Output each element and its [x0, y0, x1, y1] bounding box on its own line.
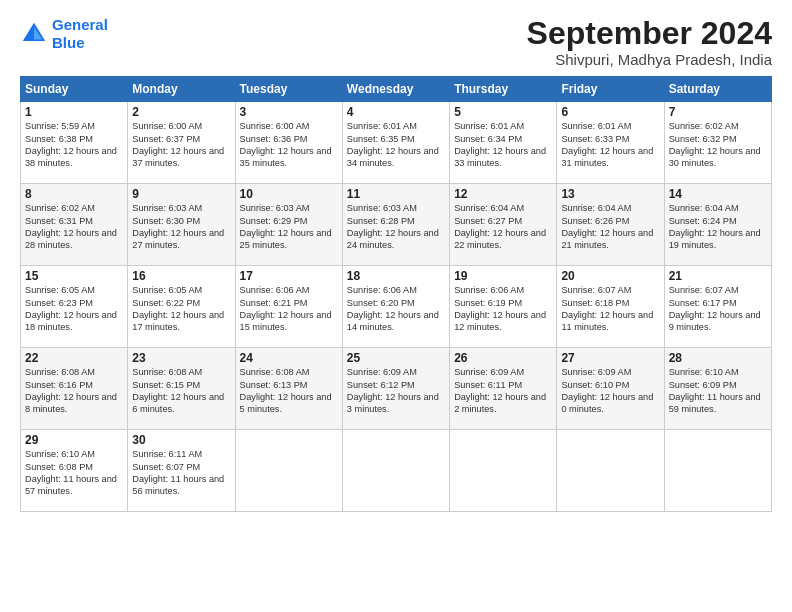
- day-cell: 18 Sunrise: 6:06 AMSunset: 6:20 PMDaylig…: [342, 266, 449, 348]
- day-info: Sunrise: 6:01 AMSunset: 6:34 PMDaylight:…: [454, 121, 546, 168]
- day-cell: 30 Sunrise: 6:11 AMSunset: 6:07 PMDaylig…: [128, 430, 235, 512]
- day-cell: 15 Sunrise: 6:05 AMSunset: 6:23 PMDaylig…: [21, 266, 128, 348]
- day-number: 16: [132, 269, 230, 283]
- day-info: Sunrise: 6:09 AMSunset: 6:12 PMDaylight:…: [347, 367, 439, 414]
- day-cell: 22 Sunrise: 6:08 AMSunset: 6:16 PMDaylig…: [21, 348, 128, 430]
- day-number: 2: [132, 105, 230, 119]
- day-info: Sunrise: 6:04 AMSunset: 6:27 PMDaylight:…: [454, 203, 546, 250]
- day-info: Sunrise: 6:09 AMSunset: 6:10 PMDaylight:…: [561, 367, 653, 414]
- day-cell: 14 Sunrise: 6:04 AMSunset: 6:24 PMDaylig…: [664, 184, 771, 266]
- day-number: 13: [561, 187, 659, 201]
- day-cell: 29 Sunrise: 6:10 AMSunset: 6:08 PMDaylig…: [21, 430, 128, 512]
- day-cell: 5 Sunrise: 6:01 AMSunset: 6:34 PMDayligh…: [450, 102, 557, 184]
- day-number: 23: [132, 351, 230, 365]
- day-number: 22: [25, 351, 123, 365]
- logo-text: General Blue: [52, 16, 108, 52]
- day-number: 28: [669, 351, 767, 365]
- header-row: General Blue September 2024 Shivpuri, Ma…: [20, 16, 772, 68]
- week-row-3: 22 Sunrise: 6:08 AMSunset: 6:16 PMDaylig…: [21, 348, 772, 430]
- day-cell: 2 Sunrise: 6:00 AMSunset: 6:37 PMDayligh…: [128, 102, 235, 184]
- day-info: Sunrise: 6:07 AMSunset: 6:18 PMDaylight:…: [561, 285, 653, 332]
- day-info: Sunrise: 6:10 AMSunset: 6:08 PMDaylight:…: [25, 449, 117, 496]
- day-cell: 27 Sunrise: 6:09 AMSunset: 6:10 PMDaylig…: [557, 348, 664, 430]
- day-number: 10: [240, 187, 338, 201]
- day-cell: 3 Sunrise: 6:00 AMSunset: 6:36 PMDayligh…: [235, 102, 342, 184]
- day-number: 14: [669, 187, 767, 201]
- day-info: Sunrise: 6:01 AMSunset: 6:35 PMDaylight:…: [347, 121, 439, 168]
- day-number: 30: [132, 433, 230, 447]
- day-number: 7: [669, 105, 767, 119]
- week-row-1: 8 Sunrise: 6:02 AMSunset: 6:31 PMDayligh…: [21, 184, 772, 266]
- day-number: 5: [454, 105, 552, 119]
- day-cell: 19 Sunrise: 6:06 AMSunset: 6:19 PMDaylig…: [450, 266, 557, 348]
- day-cell: 12 Sunrise: 6:04 AMSunset: 6:27 PMDaylig…: [450, 184, 557, 266]
- day-info: Sunrise: 6:06 AMSunset: 6:21 PMDaylight:…: [240, 285, 332, 332]
- calendar-table: Sunday Monday Tuesday Wednesday Thursday…: [20, 76, 772, 512]
- day-cell: 10 Sunrise: 6:03 AMSunset: 6:29 PMDaylig…: [235, 184, 342, 266]
- day-info: Sunrise: 6:01 AMSunset: 6:33 PMDaylight:…: [561, 121, 653, 168]
- day-info: Sunrise: 6:10 AMSunset: 6:09 PMDaylight:…: [669, 367, 761, 414]
- day-info: Sunrise: 6:04 AMSunset: 6:24 PMDaylight:…: [669, 203, 761, 250]
- day-number: 9: [132, 187, 230, 201]
- header-row-days: Sunday Monday Tuesday Wednesday Thursday…: [21, 77, 772, 102]
- day-info: Sunrise: 6:08 AMSunset: 6:16 PMDaylight:…: [25, 367, 117, 414]
- day-cell: 28 Sunrise: 6:10 AMSunset: 6:09 PMDaylig…: [664, 348, 771, 430]
- day-info: Sunrise: 6:00 AMSunset: 6:36 PMDaylight:…: [240, 121, 332, 168]
- day-info: Sunrise: 6:05 AMSunset: 6:23 PMDaylight:…: [25, 285, 117, 332]
- day-cell: 7 Sunrise: 6:02 AMSunset: 6:32 PMDayligh…: [664, 102, 771, 184]
- day-cell: 20 Sunrise: 6:07 AMSunset: 6:18 PMDaylig…: [557, 266, 664, 348]
- day-cell: 11 Sunrise: 6:03 AMSunset: 6:28 PMDaylig…: [342, 184, 449, 266]
- day-number: 29: [25, 433, 123, 447]
- day-number: 8: [25, 187, 123, 201]
- day-info: Sunrise: 6:07 AMSunset: 6:17 PMDaylight:…: [669, 285, 761, 332]
- page: General Blue September 2024 Shivpuri, Ma…: [0, 0, 792, 612]
- day-number: 12: [454, 187, 552, 201]
- day-cell: [450, 430, 557, 512]
- day-cell: 9 Sunrise: 6:03 AMSunset: 6:30 PMDayligh…: [128, 184, 235, 266]
- day-cell: 4 Sunrise: 6:01 AMSunset: 6:35 PMDayligh…: [342, 102, 449, 184]
- day-number: 15: [25, 269, 123, 283]
- day-number: 19: [454, 269, 552, 283]
- th-saturday: Saturday: [664, 77, 771, 102]
- day-number: 4: [347, 105, 445, 119]
- day-cell: 16 Sunrise: 6:05 AMSunset: 6:22 PMDaylig…: [128, 266, 235, 348]
- day-number: 27: [561, 351, 659, 365]
- day-cell: 26 Sunrise: 6:09 AMSunset: 6:11 PMDaylig…: [450, 348, 557, 430]
- day-number: 18: [347, 269, 445, 283]
- day-cell: 24 Sunrise: 6:08 AMSunset: 6:13 PMDaylig…: [235, 348, 342, 430]
- day-info: Sunrise: 6:11 AMSunset: 6:07 PMDaylight:…: [132, 449, 224, 496]
- day-number: 21: [669, 269, 767, 283]
- th-thursday: Thursday: [450, 77, 557, 102]
- day-info: Sunrise: 6:00 AMSunset: 6:37 PMDaylight:…: [132, 121, 224, 168]
- day-number: 11: [347, 187, 445, 201]
- day-cell: 8 Sunrise: 6:02 AMSunset: 6:31 PMDayligh…: [21, 184, 128, 266]
- logo-line2: Blue: [52, 34, 85, 51]
- day-info: Sunrise: 6:08 AMSunset: 6:15 PMDaylight:…: [132, 367, 224, 414]
- day-number: 20: [561, 269, 659, 283]
- logo-line1: General: [52, 16, 108, 33]
- day-info: Sunrise: 6:04 AMSunset: 6:26 PMDaylight:…: [561, 203, 653, 250]
- logo: General Blue: [20, 16, 108, 52]
- day-number: 17: [240, 269, 338, 283]
- month-title: September 2024: [527, 16, 772, 51]
- day-info: Sunrise: 6:03 AMSunset: 6:29 PMDaylight:…: [240, 203, 332, 250]
- logo-icon: [20, 20, 48, 48]
- subtitle: Shivpuri, Madhya Pradesh, India: [527, 51, 772, 68]
- day-info: Sunrise: 6:09 AMSunset: 6:11 PMDaylight:…: [454, 367, 546, 414]
- th-tuesday: Tuesday: [235, 77, 342, 102]
- th-monday: Monday: [128, 77, 235, 102]
- day-info: Sunrise: 6:02 AMSunset: 6:31 PMDaylight:…: [25, 203, 117, 250]
- day-number: 3: [240, 105, 338, 119]
- day-info: Sunrise: 6:06 AMSunset: 6:19 PMDaylight:…: [454, 285, 546, 332]
- day-number: 26: [454, 351, 552, 365]
- day-info: Sunrise: 6:08 AMSunset: 6:13 PMDaylight:…: [240, 367, 332, 414]
- day-cell: [235, 430, 342, 512]
- th-sunday: Sunday: [21, 77, 128, 102]
- week-row-2: 15 Sunrise: 6:05 AMSunset: 6:23 PMDaylig…: [21, 266, 772, 348]
- day-cell: 23 Sunrise: 6:08 AMSunset: 6:15 PMDaylig…: [128, 348, 235, 430]
- day-cell: [664, 430, 771, 512]
- day-number: 24: [240, 351, 338, 365]
- day-info: Sunrise: 6:02 AMSunset: 6:32 PMDaylight:…: [669, 121, 761, 168]
- day-info: Sunrise: 6:06 AMSunset: 6:20 PMDaylight:…: [347, 285, 439, 332]
- day-cell: 21 Sunrise: 6:07 AMSunset: 6:17 PMDaylig…: [664, 266, 771, 348]
